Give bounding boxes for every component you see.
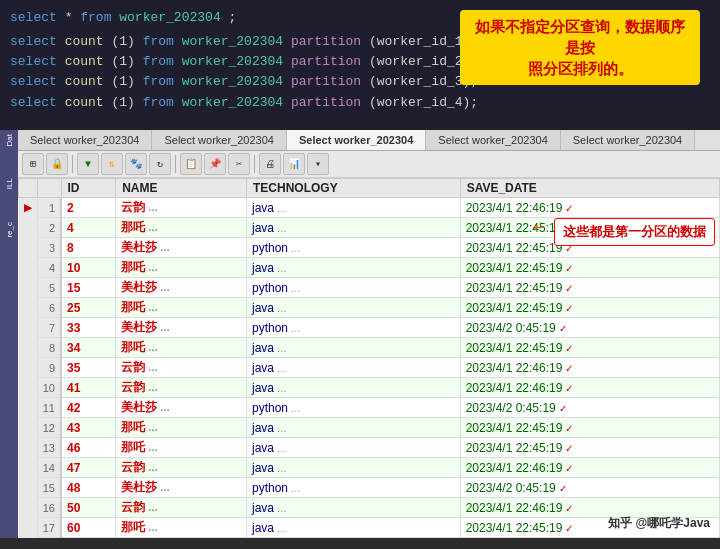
table-row[interactable]: 1142美杜莎 …python …2023/4/2 0:45:19 ✓ — [19, 398, 720, 418]
table-row[interactable]: 1447云韵 …java …2023/4/1 22:46:19 ✓ — [19, 458, 720, 478]
row-number: 5 — [37, 278, 61, 298]
cell-id: 10 — [61, 258, 116, 278]
table-row[interactable]: 1243那吒 …java …2023/4/1 22:45:19 ✓ — [19, 418, 720, 438]
side-annotation-arrow: ← — [533, 216, 545, 239]
col-header-save-date[interactable]: SAVE_DATE — [460, 179, 719, 198]
cell-save-date: 2023/4/1 22:45:19 ✓ — [460, 258, 719, 278]
table-row[interactable]: 625那吒 …java …2023/4/1 22:45:19 ✓ — [19, 298, 720, 318]
cell-technology: python … — [246, 478, 460, 498]
row-number: 7 — [37, 318, 61, 338]
cell-id: 4 — [61, 218, 116, 238]
col-header-id[interactable]: ID — [61, 179, 116, 198]
row-arrow — [19, 418, 38, 438]
left-label-rec: re_c — [5, 222, 14, 238]
copy-btn[interactable]: 📋 — [180, 153, 202, 175]
chart-btn[interactable]: 📊 — [283, 153, 305, 175]
cell-name: 美杜莎 … — [116, 238, 247, 258]
row-number: 13 — [37, 438, 61, 458]
tab-1[interactable]: Select worker_202304 — [18, 130, 152, 150]
cell-id: 47 — [61, 458, 116, 478]
col-header-name[interactable]: NAME — [116, 179, 247, 198]
col-header-rownum — [37, 179, 61, 198]
table-row[interactable]: 1041云韵 …java …2023/4/1 22:46:19 ✓ — [19, 378, 720, 398]
table-row[interactable]: 1346那吒 …java …2023/4/1 22:45:19 ✓ — [19, 438, 720, 458]
col-header-technology[interactable]: TECHNOLOGY — [246, 179, 460, 198]
cell-technology: java … — [246, 378, 460, 398]
table-row[interactable]: 834那吒 …java …2023/4/1 22:45:19 ✓ — [19, 338, 720, 358]
cell-id: 43 — [61, 418, 116, 438]
toolbar: ⊞ 🔒 ▼ ⇅ 🐾 ↻ 📋 📌 ✂ 🖨 📊 ▾ — [18, 151, 720, 178]
cell-id: 48 — [61, 478, 116, 498]
sql-area: select * from worker_202304 ; select cou… — [0, 0, 720, 130]
cell-technology: python … — [246, 398, 460, 418]
cell-save-date: 2023/4/1 22:45:19 ✓ — [460, 278, 719, 298]
db-viewer: Dat ILL re_c Select worker_202304 Select… — [0, 130, 720, 538]
cell-id: 25 — [61, 298, 116, 318]
lock-btn[interactable]: 🔒 — [46, 153, 68, 175]
table-row[interactable]: ▶12云韵 …java …2023/4/1 22:46:19 ✓ — [19, 198, 720, 218]
table-row[interactable]: 410那吒 …java …2023/4/1 22:45:19 ✓ — [19, 258, 720, 278]
delete-btn[interactable]: ✂ — [228, 153, 250, 175]
cell-save-date: 2023/4/1 22:45:19 ✓ — [460, 538, 719, 539]
cell-id: 2 — [61, 198, 116, 218]
cell-name: 云韵 … — [116, 458, 247, 478]
tab-4[interactable]: Select worker_202304 — [426, 130, 560, 150]
cell-save-date: 2023/4/2 0:45:19 ✓ — [460, 478, 719, 498]
cell-technology: java … — [246, 198, 460, 218]
print-btn[interactable]: 🖨 — [259, 153, 281, 175]
cell-id: 33 — [61, 318, 116, 338]
cell-name: 那吒 … — [116, 218, 247, 238]
paste-btn[interactable]: 📌 — [204, 153, 226, 175]
cell-id: 8 — [61, 238, 116, 258]
tab-2[interactable]: Select worker_202304 — [152, 130, 286, 150]
tab-bar: Select worker_202304 Select worker_20230… — [18, 130, 720, 151]
table-row[interactable]: 935云韵 …java …2023/4/1 22:46:19 ✓ — [19, 358, 720, 378]
cell-save-date: 2023/4/1 22:46:19 ✓ — [460, 198, 719, 218]
cell-technology: python … — [246, 278, 460, 298]
cell-name: 云韵 … — [116, 358, 247, 378]
cell-name: 云韵 … — [116, 498, 247, 518]
cell-technology: java … — [246, 298, 460, 318]
tab-3[interactable]: Select worker_202304 — [287, 130, 426, 150]
row-number: 14 — [37, 458, 61, 478]
grid-btn[interactable]: ⊞ — [22, 153, 44, 175]
refresh-btn[interactable]: ↻ — [149, 153, 171, 175]
cell-name: 那吒 … — [116, 438, 247, 458]
toolbar-sep-1 — [72, 155, 73, 173]
cell-save-date: 2023/4/1 22:46:19 ✓ — [460, 458, 719, 478]
filter-btn[interactable]: ▼ — [77, 153, 99, 175]
table-row[interactable]: 515美杜莎 …python …2023/4/1 22:45:19 ✓ — [19, 278, 720, 298]
row-arrow — [19, 438, 38, 458]
cell-name: 美杜莎 … — [116, 478, 247, 498]
cell-id: 62 — [61, 538, 116, 539]
left-sidebar: Dat ILL re_c — [0, 130, 18, 538]
row-number: 8 — [37, 338, 61, 358]
cell-id: 35 — [61, 358, 116, 378]
row-number: 16 — [37, 498, 61, 518]
sort-btn[interactable]: ⇅ — [101, 153, 123, 175]
row-number: 6 — [37, 298, 61, 318]
left-label-ill: ILL — [5, 178, 14, 189]
cell-save-date: 2023/4/1 22:45:19 ✓ — [460, 418, 719, 438]
sql-line-5: select count (1) from worker_202304 part… — [10, 93, 710, 113]
row-arrow: ▶ — [19, 198, 38, 218]
row-arrow — [19, 498, 38, 518]
row-number: 9 — [37, 358, 61, 378]
more-btn[interactable]: ▾ — [307, 153, 329, 175]
row-number: 4 — [37, 258, 61, 278]
cell-technology: … — [246, 538, 460, 539]
table-row[interactable]: 733美杜莎 …python …2023/4/2 0:45:19 ✓ — [19, 318, 720, 338]
table-row[interactable]: 1862 … …2023/4/1 22:45:19 ✓ — [19, 538, 720, 539]
export-btn[interactable]: 🐾 — [125, 153, 147, 175]
tab-5[interactable]: Select worker_202304 — [561, 130, 695, 150]
cell-technology: java … — [246, 518, 460, 538]
table-row[interactable]: 1548美杜莎 …python …2023/4/2 0:45:19 ✓ — [19, 478, 720, 498]
cell-save-date: 2023/4/2 0:45:19 ✓ — [460, 398, 719, 418]
row-number: 17 — [37, 518, 61, 538]
cell-name: 那吒 … — [116, 418, 247, 438]
row-number: 10 — [37, 378, 61, 398]
annotation-bubble: 如果不指定分区查询，数据顺序是按照分区排列的。 — [460, 10, 700, 85]
cell-technology: java … — [246, 458, 460, 478]
cell-name: 云韵 … — [116, 378, 247, 398]
cell-id: 41 — [61, 378, 116, 398]
